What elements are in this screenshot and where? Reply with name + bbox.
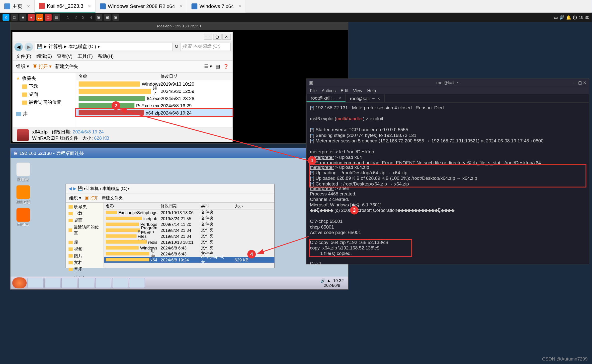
taskbar-icon[interactable]: □ bbox=[11, 14, 18, 21]
wmp-icon[interactable] bbox=[61, 278, 77, 288]
sidebar-item[interactable]: 最近访问的位置 bbox=[69, 224, 101, 237]
refresh-icon[interactable]: ↻ bbox=[174, 44, 178, 49]
list-header[interactable]: 名称修改日期类型大小 bbox=[104, 203, 274, 209]
taskbar-icon[interactable]: ▣ bbox=[95, 14, 102, 21]
kali-terminal[interactable]: ▣root@kali: ~— ▢ ✕ FileActionsEditViewHe… bbox=[306, 78, 589, 264]
close-button[interactable]: ✕ bbox=[222, 34, 231, 40]
vmware-tab[interactable]: Kail x64_2023.3× bbox=[35, 0, 95, 13]
menu-item[interactable]: 文件(F) bbox=[16, 53, 31, 60]
sidebar-item[interactable]: 最近访问的位置 bbox=[16, 98, 72, 106]
sidebar-item[interactable]: 收藏夹 bbox=[69, 203, 101, 210]
sidebar-item[interactable]: 视频 bbox=[69, 246, 101, 252]
sidebar-item[interactable]: 桌面 bbox=[16, 90, 72, 98]
vmware-tab[interactable]: Windows Server 2008 R2 x64× bbox=[95, 0, 187, 13]
workspace-3[interactable]: 3 bbox=[80, 15, 86, 20]
tray-icon[interactable]: ▭ bbox=[554, 15, 558, 20]
taskbar-icon[interactable]: ▤ bbox=[53, 14, 60, 21]
sidebar-item[interactable]: 桌面 bbox=[69, 217, 101, 224]
cmd-icon[interactable] bbox=[112, 278, 128, 288]
menu-item[interactable]: Help bbox=[367, 88, 376, 93]
close-icon[interactable]: × bbox=[239, 3, 242, 9]
crumb[interactable]: 本地磁盘 (C:) bbox=[69, 44, 96, 50]
workspace-2[interactable]: 2 bbox=[73, 15, 79, 20]
file-row[interactable]: Program Files (x86)2019/8/24 21:34文件夹 bbox=[104, 233, 274, 239]
workspace-4[interactable]: 4 bbox=[88, 15, 94, 20]
new-folder-button[interactable]: 新建文件夹 bbox=[55, 63, 78, 69]
close-icon[interactable]: × bbox=[377, 96, 380, 101]
organize-button[interactable]: 组织 ▾ bbox=[16, 63, 29, 69]
volume-icon[interactable]: 🔊 bbox=[559, 15, 564, 20]
taskbar-icon[interactable]: □ bbox=[45, 14, 52, 21]
taskbar-app[interactable] bbox=[95, 278, 111, 288]
organize-button[interactable]: 组织 ▾ bbox=[69, 195, 81, 201]
sidebar-item[interactable]: 库 bbox=[69, 239, 101, 246]
crumb[interactable]: 计算机 bbox=[49, 44, 63, 50]
system-tray[interactable]: 🔊 ▲ 19:322024/6/8 bbox=[318, 278, 346, 288]
open-button[interactable]: ▣ 打开 bbox=[85, 195, 98, 201]
file-row[interactable]: x64.zip2024/6/8 19:24 bbox=[76, 109, 233, 116]
crumb[interactable]: ▸ bbox=[44, 44, 47, 49]
taskbar-app[interactable] bbox=[129, 278, 145, 288]
sidebar-item[interactable]: 下载 bbox=[16, 82, 72, 90]
fwd-button[interactable]: ▶ bbox=[24, 42, 33, 51]
sidebar-item[interactable]: 下载 bbox=[69, 210, 101, 217]
terminal-tab[interactable]: root@kali: ~ × bbox=[346, 94, 385, 102]
taskbar-icon[interactable]: ■ bbox=[19, 14, 26, 21]
maximize-button[interactable]: ▢ bbox=[213, 34, 222, 40]
desktop-icon[interactable]: Firefox bbox=[15, 208, 32, 227]
toolbar: 组织 ▾ ▣ 打开 ▾ 新建文件夹 ☰ ▾ ▤ ❓ bbox=[13, 61, 233, 72]
taskbar-icon[interactable]: ▣ bbox=[104, 14, 111, 21]
sidebar-item[interactable]: 图片 bbox=[69, 252, 101, 259]
preview-icon[interactable]: ▤ bbox=[216, 64, 220, 69]
back-button[interactable]: ◀ bbox=[14, 42, 23, 51]
file-row[interactable]: 64.exe2024/5/31 23:26 bbox=[76, 95, 233, 102]
minimize-button[interactable]: — bbox=[204, 34, 212, 40]
desktop-icon[interactable]: 360压缩 bbox=[15, 185, 32, 205]
ie-icon[interactable] bbox=[27, 278, 43, 288]
help-icon[interactable]: ❓ bbox=[223, 64, 229, 69]
sidebar-favorites[interactable]: ★收藏夹 bbox=[16, 74, 72, 82]
file-row[interactable]: inetpub2019/8/24 21:55文件夹 bbox=[104, 215, 274, 221]
menu-item[interactable]: 工具(T) bbox=[78, 53, 93, 60]
explorer-icon[interactable] bbox=[44, 278, 60, 288]
sidebar-item[interactable]: 音乐 bbox=[69, 266, 101, 273]
menu-item[interactable]: Edit bbox=[341, 88, 348, 93]
menu-item[interactable]: Actions bbox=[322, 88, 336, 93]
terminal-output[interactable]: [*] 192.168.72.131 - Meterpreter session… bbox=[307, 103, 589, 269]
taskbar-icon[interactable]: ● bbox=[28, 14, 35, 21]
workspace-1[interactable]: 1 bbox=[65, 15, 71, 20]
vmware-tab[interactable]: Windows 7 x64× bbox=[187, 0, 246, 13]
vmware-tab[interactable]: 主页× bbox=[0, 0, 35, 13]
open-button[interactable]: ▣ 打开 ▾ bbox=[33, 63, 52, 69]
close-icon[interactable]: × bbox=[338, 95, 341, 100]
close-icon[interactable]: × bbox=[27, 3, 30, 9]
menu-item[interactable]: File bbox=[310, 88, 317, 93]
file-row[interactable]: ExchangeSetupLogs2019/10/13 13:06文件夹 bbox=[104, 209, 274, 215]
kali-menu-icon[interactable]: K bbox=[2, 14, 9, 21]
sidebar-libraries[interactable]: 库 bbox=[16, 110, 72, 118]
firefox-icon[interactable] bbox=[78, 278, 94, 288]
search-input[interactable]: 搜索 本地磁盘 (C:) bbox=[180, 42, 231, 51]
list-header[interactable]: 名称修改日期 bbox=[76, 73, 233, 80]
address-bar[interactable]: ◀ ▶ 💾 ▸ 计算机 › 本地磁盘 (C:) ▸ bbox=[66, 184, 274, 193]
file-row[interactable]: PsExec.exe2024/6/8 16:29 bbox=[76, 102, 233, 109]
firefox-icon[interactable]: 🦊 bbox=[36, 14, 43, 21]
view-icon[interactable]: ☰ ▾ bbox=[204, 64, 212, 69]
menu-item[interactable]: 查看(V) bbox=[57, 53, 72, 60]
power-icon[interactable]: ⏻ bbox=[573, 15, 577, 20]
taskbar-icon[interactable]: ▣ bbox=[112, 14, 119, 21]
close-icon[interactable]: × bbox=[180, 3, 183, 9]
terminal-tab[interactable]: root@kali: ~ × bbox=[307, 94, 346, 102]
start-button[interactable] bbox=[12, 277, 27, 288]
sidebar-item[interactable]: 文档 bbox=[69, 259, 101, 266]
close-icon[interactable]: × bbox=[88, 3, 91, 9]
file-row[interactable]: 用户2024/5/30 12:59 bbox=[76, 87, 233, 95]
file-row[interactable]: redis2019/10/13 18:01文件夹 bbox=[104, 239, 274, 245]
desktop-icon[interactable]: 回收站 bbox=[15, 163, 32, 182]
new-folder-button[interactable]: 新建文件夹 bbox=[102, 195, 123, 201]
menu-item[interactable]: View bbox=[353, 88, 362, 93]
menu-item[interactable]: 编辑(E) bbox=[36, 53, 52, 60]
menu-item[interactable]: 帮助(H) bbox=[98, 53, 114, 60]
breadcrumb[interactable]: 💾 ▸ 计算机 ▸ 本地磁盘 (C:) ▸ bbox=[35, 42, 173, 51]
notification-icon[interactable]: 🔔 bbox=[566, 15, 571, 20]
